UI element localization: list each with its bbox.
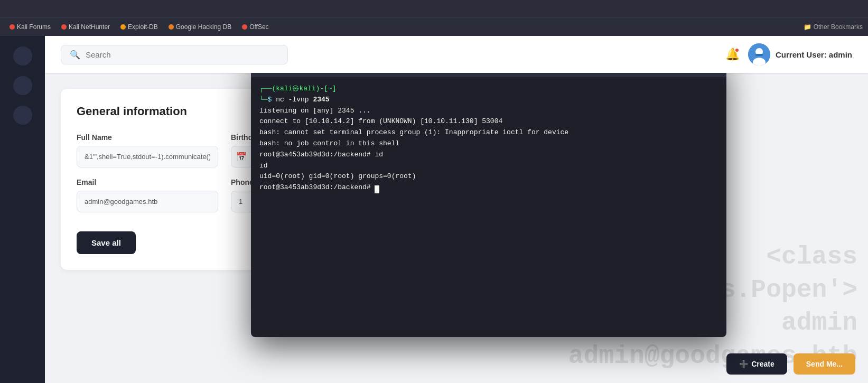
full-name-input[interactable] xyxy=(77,146,218,167)
save-button[interactable]: Save all xyxy=(77,231,136,254)
bookmark-label: Exploit-DB xyxy=(128,23,158,31)
create-button[interactable]: ➕ Create xyxy=(726,353,787,375)
sidebar xyxy=(0,36,45,383)
plus-icon: ➕ xyxy=(739,360,748,368)
terminal-cursor xyxy=(375,185,379,193)
bookmark-kali-nethunter[interactable]: Kali NetHunter xyxy=(57,21,114,33)
bookmark-dot xyxy=(169,24,174,30)
user-info[interactable]: Current User: admin xyxy=(748,43,852,66)
terminal-window[interactable]: ⬛ File Actions Edit View Help kali@kali:… xyxy=(251,73,726,337)
full-name-label: Full Name xyxy=(77,133,218,142)
search-box[interactable]: 🔍 xyxy=(61,45,288,64)
terminal-body: ┌──(kali㉿kali)-[~] └─$ nc -lvnp 2345 lis… xyxy=(251,77,726,337)
notification-dot xyxy=(734,48,740,53)
bookmark-google-hacking-db[interactable]: Google Hacking DB xyxy=(164,21,236,33)
browser-bar xyxy=(0,0,868,17)
bookmark-kali-forums[interactable]: Kali Forums xyxy=(5,21,55,33)
email-label: Email xyxy=(77,178,218,186)
bookmark-dot xyxy=(10,24,15,30)
terminal-titlebar: ⬛ File Actions Edit View Help kali@kali:… xyxy=(251,73,726,77)
terminal-output-5: id xyxy=(259,161,718,172)
email-input[interactable] xyxy=(77,191,218,212)
top-nav: 🔍 🔔 Curre xyxy=(45,36,868,73)
other-bookmarks[interactable]: 📁 Other Bookmarks xyxy=(804,23,863,31)
form-group-email: Email xyxy=(77,178,218,212)
sidebar-nav-item[interactable] xyxy=(13,106,32,125)
terminal-output-6: uid=0(root) gid=0(root) groups=0(root) xyxy=(259,171,718,182)
search-input[interactable] xyxy=(86,50,279,59)
sidebar-nav-item[interactable] xyxy=(13,76,32,95)
bookmark-offsec[interactable]: OffSec xyxy=(238,21,273,33)
terminal-command-line: └─$ nc -lvnp 2345 xyxy=(259,95,718,106)
bookmarks-bar: Kali Forums Kali NetHunter Exploit-DB Go… xyxy=(0,17,868,36)
sidebar-nav-item[interactable] xyxy=(13,46,32,66)
bookmark-label: Google Hacking DB xyxy=(176,23,231,31)
bookmark-label: Kali Forums xyxy=(17,23,51,31)
terminal-output-0: listening on [any] 2345 ... xyxy=(259,106,718,117)
svg-rect-3 xyxy=(755,54,763,56)
bookmark-label: Kali NetHunter xyxy=(69,23,110,31)
terminal-output-3: bash: no job control in this shell xyxy=(259,138,718,150)
calendar-icon: 📅 xyxy=(236,152,247,162)
user-name: Current User: admin xyxy=(776,50,852,59)
page-content: General information Full Name Birthday 📅 xyxy=(45,73,868,383)
bottom-bar: ➕ Create Send Me... xyxy=(714,345,868,383)
avatar xyxy=(748,43,770,66)
nav-right: 🔔 Current User: admin xyxy=(725,43,852,66)
bookmark-dot xyxy=(120,24,126,30)
bookmark-label: OffSec xyxy=(249,23,268,31)
form-group-fullname: Full Name xyxy=(77,133,218,167)
content-area: 🔍 🔔 Curre xyxy=(45,36,868,383)
bookmark-exploit-db[interactable]: Exploit-DB xyxy=(116,21,162,33)
send-button[interactable]: Send Me... xyxy=(794,353,855,375)
terminal-output-1: connect to [10.10.14.2] from (UNKNOWN) [… xyxy=(259,116,718,127)
terminal-output-7: root@3a453ab39d3d:/backend# xyxy=(259,182,718,193)
main-layout: 🔍 🔔 Curre xyxy=(0,36,868,383)
bell-wrapper[interactable]: 🔔 xyxy=(725,48,740,61)
terminal-output-4: root@3a453ab39d3d:/backend# id xyxy=(259,150,718,161)
terminal-prompt-host: ┌──(kali㉿kali)-[~] xyxy=(259,83,718,95)
bookmark-dot xyxy=(242,24,247,30)
bookmark-dot xyxy=(61,24,67,30)
search-icon: 🔍 xyxy=(70,50,80,60)
terminal-output-2: bash: cannot set terminal process group … xyxy=(259,127,718,138)
